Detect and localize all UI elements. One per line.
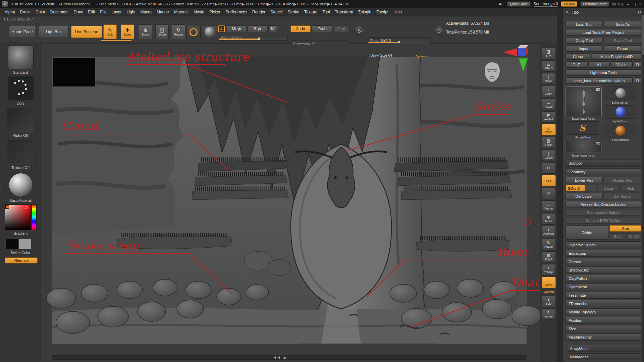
anchor-swatch[interactable]: A bbox=[218, 25, 225, 32]
lightbox-button[interactable]: LightBox bbox=[39, 26, 68, 38]
right-shelf-button[interactable]: ⊕ Move bbox=[542, 213, 556, 225]
dots-stroke-thumbnail[interactable] bbox=[8, 76, 34, 100]
rotate-button[interactable]: ↻ Rotate bbox=[172, 24, 185, 39]
menu-item[interactable]: Alpha bbox=[5, 10, 15, 14]
menu-item[interactable]: Movie bbox=[194, 10, 204, 14]
right-shelf-button[interactable]: ⌖ Zoom3D bbox=[542, 226, 556, 237]
load-tool-button[interactable]: Load Tool bbox=[566, 21, 603, 27]
menu-item[interactable]: Transform bbox=[335, 10, 353, 14]
right-shelf-button[interactable]: Dynamic bbox=[542, 290, 556, 294]
right-shelf-button[interactable]: ▭ Frame bbox=[542, 200, 556, 212]
suv-button[interactable]: Suv bbox=[609, 233, 625, 240]
paste-tool-button[interactable]: Paste Tool bbox=[604, 37, 641, 44]
sdiv-slider[interactable]: SDiv 3 bbox=[566, 185, 596, 191]
stroke-icon[interactable]: S bbox=[354, 26, 364, 36]
spherebrush-thumbnail[interactable] bbox=[604, 86, 637, 100]
right-shelf-button[interactable]: ◩ AAHalf bbox=[542, 111, 556, 123]
menu-item[interactable]: Tool bbox=[322, 10, 330, 14]
goz-visible-button[interactable]: Visible bbox=[611, 61, 633, 68]
zcut-button[interactable]: Zcut bbox=[333, 25, 349, 32]
menu-item[interactable]: Macro bbox=[141, 10, 152, 14]
zadd-button[interactable]: Zadd bbox=[290, 25, 311, 32]
see-through-slider[interactable]: See-through 0 bbox=[534, 2, 558, 7]
right-shelf-button[interactable]: ↻ bbox=[542, 188, 556, 199]
menu-item[interactable]: Edit bbox=[88, 10, 95, 14]
menus-button[interactable]: Menus bbox=[561, 1, 577, 7]
collapsed-section-header[interactable]: DynaMesh bbox=[566, 283, 641, 290]
menu-item[interactable]: Zplugin bbox=[358, 10, 371, 14]
alpha-d-icon[interactable]: D bbox=[434, 26, 444, 36]
menu-item[interactable]: Color bbox=[36, 10, 45, 14]
collapsed-section-header[interactable]: MeshIntegrity bbox=[566, 334, 641, 341]
palette-section-header[interactable]: ArrayMesh bbox=[567, 345, 641, 352]
minimize-icon[interactable]: – bbox=[627, 2, 629, 6]
goz-button[interactable]: GoZ bbox=[566, 61, 587, 68]
collapsed-section-header[interactable]: Modify Topology bbox=[566, 308, 641, 315]
rstr-button[interactable]: Rstr bbox=[620, 185, 641, 191]
move-button[interactable]: ⊕ Move bbox=[139, 24, 152, 39]
home-page-button[interactable]: Home Page bbox=[9, 26, 35, 38]
secondary-tool-thumbnail[interactable]: 92 bbox=[566, 140, 602, 153]
default-zscript-button[interactable]: DefaultZScript bbox=[580, 1, 609, 7]
geometry-section-header[interactable]: Geometry bbox=[566, 168, 641, 175]
sculpt-scene[interactable] bbox=[41, 44, 540, 362]
right-shelf-button[interactable]: ◇ Persp bbox=[542, 124, 556, 135]
m-button[interactable]: M bbox=[268, 25, 277, 32]
collapsed-section-header[interactable]: Size bbox=[566, 325, 641, 332]
copy-tool-button[interactable]: Copy Tool bbox=[566, 37, 603, 44]
panel-layout-icons[interactable]: ▤ ⊞ ◫ bbox=[612, 2, 624, 6]
reconstruct-subdiv-button[interactable]: Reconstruct Subdiv bbox=[566, 209, 641, 216]
dynamic-label[interactable]: Dynamic bbox=[415, 55, 428, 58]
menu-item[interactable]: Material bbox=[174, 10, 189, 14]
collapsed-section-header[interactable]: Dynamic Subdiv bbox=[566, 241, 641, 248]
hue-strip[interactable] bbox=[32, 204, 37, 230]
right-shelf-button[interactable]: ▦ Floor bbox=[542, 137, 556, 148]
draw-button[interactable]: ✚ Draw bbox=[121, 24, 134, 39]
panel-scrollbar[interactable] bbox=[642, 8, 644, 362]
secondary-color-swatch[interactable] bbox=[19, 239, 32, 249]
alternate-button[interactable]: Alternate bbox=[5, 257, 38, 263]
freeze-subdivision-button[interactable]: Freeze SubDivision Levels bbox=[566, 201, 641, 207]
document-canvas[interactable]: Melted ice structure Croud Snake Snake s… bbox=[41, 44, 540, 362]
maximize-icon[interactable]: ▢ bbox=[632, 2, 636, 6]
right-shelf-button[interactable]: ▤ SPix 3 bbox=[542, 60, 556, 72]
export-button[interactable]: Export bbox=[604, 45, 641, 52]
canvas-scrollbar[interactable] bbox=[52, 355, 526, 360]
close-icon[interactable]: ✕ bbox=[639, 2, 642, 6]
make-polymesh3d-button[interactable]: Make PolyMesh3D bbox=[592, 53, 641, 60]
focal-shift-slider[interactable]: Focal Shift 0 bbox=[368, 37, 430, 44]
menu-item[interactable]: Document bbox=[50, 10, 69, 14]
palette-section-header[interactable]: NanoMesh bbox=[567, 353, 641, 360]
convert-bpr-button[interactable]: Convert BPR To Geo bbox=[566, 217, 641, 224]
goz-all-button[interactable]: All bbox=[588, 61, 610, 68]
current-tool-r-button[interactable]: R bbox=[634, 77, 641, 84]
simplebrush-thumbnail[interactable]: S bbox=[566, 121, 599, 135]
quicksave-button[interactable]: QuickSave bbox=[507, 1, 530, 7]
menu-item[interactable]: Marker bbox=[157, 10, 169, 14]
texture-off-thumbnail[interactable] bbox=[7, 140, 35, 164]
rgb-button[interactable]: Rgb bbox=[248, 25, 267, 32]
scale-button[interactable]: ◰ Scale bbox=[155, 24, 169, 39]
live-boolean-button[interactable]: Live Boolean bbox=[71, 26, 102, 38]
higher-res-button[interactable]: Higher Res bbox=[604, 177, 641, 183]
alphabrush-thumbnail[interactable] bbox=[604, 105, 637, 119]
refresh-icon[interactable]: ↻ bbox=[638, 10, 641, 15]
alpha-off-thumbnail[interactable] bbox=[7, 108, 35, 132]
divider-collapse-icon[interactable]: ‹ bbox=[558, 186, 559, 191]
right-shelf-button[interactable]: ▭ Actual bbox=[542, 99, 556, 110]
right-shelf-button[interactable]: ◌ Ghost bbox=[542, 277, 556, 288]
tool-panel-header[interactable]: ↖ Tool ↻ bbox=[563, 8, 644, 16]
menu-item[interactable]: Help bbox=[393, 10, 402, 14]
right-shelf-button[interactable]: ▩ PolyF bbox=[542, 251, 556, 263]
del-higher-button[interactable]: Del Higher bbox=[604, 193, 641, 199]
reuv-button[interactable]: ReUV bbox=[626, 233, 641, 240]
menu-item[interactable]: Light bbox=[127, 10, 136, 14]
right-shelf-button[interactable]: ◐ Transp bbox=[542, 264, 556, 276]
cage-button[interactable]: Cage bbox=[598, 185, 619, 191]
zsub-button[interactable]: Zsub bbox=[312, 25, 332, 32]
smt-button[interactable]: Smt bbox=[609, 225, 641, 232]
edit-button[interactable]: ✎ Edit bbox=[103, 24, 117, 39]
collapsed-section-header[interactable]: ShadowBox bbox=[566, 266, 641, 274]
collapsed-section-header[interactable]: ZRemesher bbox=[566, 300, 641, 307]
collapsed-section-header[interactable]: Crease bbox=[566, 258, 641, 265]
